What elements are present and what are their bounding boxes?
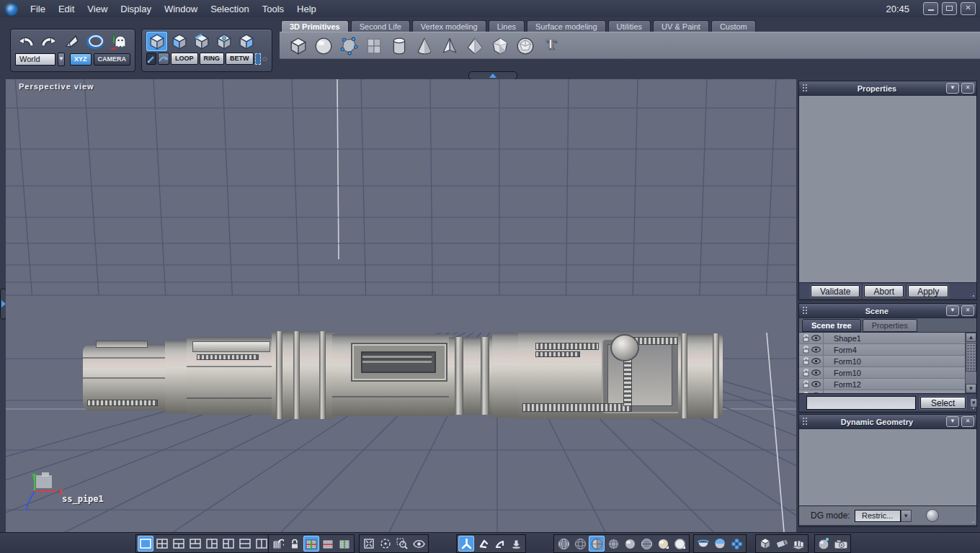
shaded-wire-sphere-icon[interactable]: [589, 536, 605, 552]
tab-surface-modeling[interactable]: Surface modeling: [527, 20, 606, 32]
panel-menu-icon[interactable]: ▼: [946, 305, 959, 316]
panel-menu-icon[interactable]: ▼: [946, 83, 959, 94]
minimize-button[interactable]: [923, 2, 938, 15]
cube-primitive-icon[interactable]: [287, 35, 309, 57]
dg-sphere-button[interactable]: [926, 509, 939, 522]
eye-icon[interactable]: [811, 358, 821, 364]
smooth-range-low-icon[interactable]: [695, 536, 711, 552]
polyhedron-primitive-icon[interactable]: [489, 35, 511, 57]
validate-button[interactable]: Validate: [811, 285, 860, 297]
gizmo-rotate-icon[interactable]: [491, 536, 507, 552]
loop-button[interactable]: LOOP: [171, 53, 198, 65]
redo-icon[interactable]: [38, 32, 59, 51]
layout-top-wide-icon[interactable]: [171, 536, 187, 552]
zoom-region-icon[interactable]: [394, 536, 410, 552]
cylinder-primitive-icon[interactable]: [388, 35, 410, 57]
tab-utilities[interactable]: Utilities: [608, 20, 651, 32]
dg-mode-select[interactable]: Restric...: [855, 510, 901, 522]
ghost-icon[interactable]: [107, 32, 128, 51]
abort-button[interactable]: Abort: [864, 285, 904, 297]
material-sphere-icon[interactable]: [655, 536, 671, 552]
textured-wire-sphere-icon[interactable]: [605, 536, 621, 552]
drag-grip-icon[interactable]: [802, 417, 808, 426]
scene-item-row[interactable]: Form12: [799, 379, 966, 390]
show-group-icon[interactable]: [790, 536, 806, 552]
perspective-viewport[interactable]: Perspective view Y X Z ss_pipe1: [6, 79, 796, 532]
gizmo-move-icon[interactable]: [475, 536, 491, 552]
marquee-ellipse-icon[interactable]: [262, 54, 267, 64]
lock-icon[interactable]: [802, 380, 810, 388]
ambient-sphere-icon[interactable]: [672, 536, 687, 552]
pyramid-primitive-icon[interactable]: [438, 35, 460, 57]
dart-icon[interactable]: [61, 32, 82, 51]
ring-button[interactable]: RING: [200, 53, 225, 65]
panel-close-icon[interactable]: ✕: [961, 83, 974, 94]
model-ss-pipe1[interactable]: [83, 252, 731, 425]
close-button[interactable]: ✕: [961, 2, 976, 15]
panel-close-icon[interactable]: ✕: [961, 416, 974, 427]
menu-file[interactable]: File: [24, 1, 52, 17]
ring-icon[interactable]: [84, 32, 105, 51]
lock-icon[interactable]: [802, 346, 810, 354]
coordinate-space-select[interactable]: World: [15, 53, 55, 66]
show-cube-icon[interactable]: [757, 536, 773, 552]
drag-grip-icon[interactable]: [802, 306, 808, 315]
menu-view[interactable]: View: [81, 1, 114, 17]
tab-second-life[interactable]: Second Life: [351, 20, 410, 32]
grid-panel-primitive-icon[interactable]: [362, 35, 385, 57]
polygon-primitive-icon[interactable]: [337, 35, 360, 57]
smooth-range-high-icon[interactable]: [712, 536, 728, 552]
tab-lines[interactable]: Lines: [489, 20, 525, 32]
resize-grip-icon[interactable]: [969, 518, 976, 524]
pencil-icon[interactable]: [146, 53, 156, 65]
move-down-button[interactable]: ▼: [970, 398, 977, 408]
menu-tools[interactable]: Tools: [256, 1, 290, 17]
grid-x-icon[interactable]: [320, 536, 336, 552]
resize-grip-icon[interactable]: [969, 292, 976, 298]
apply-button[interactable]: Apply: [908, 285, 948, 297]
scroll-down-icon[interactable]: ▼: [966, 384, 976, 393]
layout-right-tall-icon[interactable]: [220, 536, 236, 552]
fit-view-icon[interactable]: [361, 536, 377, 552]
eye-icon[interactable]: [811, 335, 821, 341]
select-button[interactable]: Select: [920, 397, 966, 409]
dg-panel-header[interactable]: Dynamic Geometry ▼ ✕: [799, 415, 976, 428]
tab-scene-tree[interactable]: Scene tree: [802, 319, 861, 332]
layout-bottom-wide-icon[interactable]: [187, 536, 203, 552]
lock-icon[interactable]: [802, 369, 810, 377]
scroll-thumb[interactable]: [966, 343, 976, 372]
tab-custom[interactable]: Custom: [711, 20, 756, 32]
geodesic-sphere-primitive-icon[interactable]: [514, 35, 536, 57]
look-at-icon[interactable]: [411, 536, 427, 552]
scene-item-row[interactable]: Shape1: [799, 333, 966, 344]
tab-scene-properties[interactable]: Properties: [863, 319, 917, 332]
show-cylinder-icon[interactable]: [774, 536, 790, 552]
menu-window[interactable]: Window: [158, 1, 204, 17]
layout-quad-icon[interactable]: [154, 536, 170, 552]
scene-item-row[interactable]: Form10: [799, 356, 966, 367]
layout-columns-icon[interactable]: [254, 536, 270, 552]
sphere-primitive-icon[interactable]: [312, 35, 334, 57]
tab-3d-primitives[interactable]: 3D Primitives: [281, 20, 349, 32]
tab-vertex-modeling[interactable]: Vertex modeling: [412, 20, 486, 32]
panel-menu-icon[interactable]: ▼: [946, 416, 959, 427]
cube-face-mode-icon[interactable]: [169, 32, 190, 51]
betw-button[interactable]: BETW: [226, 53, 254, 65]
gizmo-universal-icon[interactable]: [458, 536, 474, 552]
wire-sphere-icon[interactable]: [556, 536, 571, 552]
orbit-icon[interactable]: [378, 536, 393, 552]
menu-help[interactable]: Help: [290, 1, 323, 17]
cone-primitive-icon[interactable]: [413, 35, 435, 57]
render-sphere-icon[interactable]: [816, 536, 832, 552]
panel-close-icon[interactable]: ✕: [961, 305, 974, 316]
facet-pyramid-primitive-icon[interactable]: [463, 35, 486, 57]
lock-icon[interactable]: [802, 334, 810, 342]
layout-single-icon[interactable]: [138, 536, 153, 552]
eye-icon[interactable]: [811, 369, 821, 376]
grid-y-icon[interactable]: [337, 536, 352, 552]
symmetry-dots-icon[interactable]: [729, 536, 744, 552]
shaded-sphere-icon[interactable]: [622, 536, 638, 552]
scene-filter-input[interactable]: [806, 396, 916, 410]
coordinate-space-dropdown-button[interactable]: ▼: [58, 53, 65, 66]
grid-lock-icon[interactable]: [287, 536, 303, 552]
